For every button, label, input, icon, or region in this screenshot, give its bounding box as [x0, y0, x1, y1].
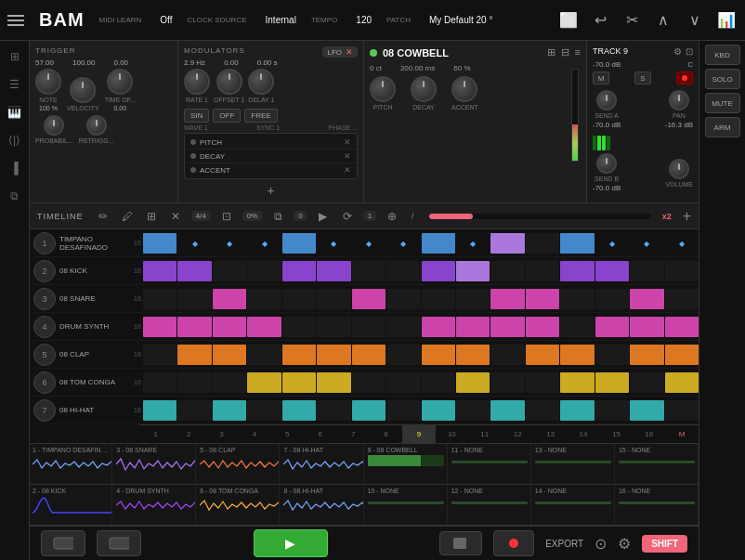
track-num-5[interactable]: 5: [33, 344, 56, 366]
cell[interactable]: [247, 400, 281, 421]
scissors-icon[interactable]: ✂: [621, 9, 643, 32]
cell[interactable]: [665, 400, 699, 421]
cell[interactable]: [526, 372, 559, 393]
cell[interactable]: [560, 345, 594, 365]
cell[interactable]: [386, 317, 420, 337]
cell[interactable]: [422, 372, 455, 393]
cell[interactable]: [282, 289, 316, 309]
cell[interactable]: [560, 261, 594, 281]
accent-knob[interactable]: [451, 76, 477, 102]
add-track-btn[interactable]: +: [683, 208, 691, 225]
cell[interactable]: [560, 317, 594, 337]
cell[interactable]: [630, 233, 663, 254]
cell[interactable]: [317, 289, 350, 309]
cell[interactable]: [386, 261, 420, 281]
cell[interactable]: [595, 261, 629, 281]
cell[interactable]: [456, 317, 490, 337]
cell[interactable]: [490, 261, 524, 281]
cell[interactable]: [595, 372, 629, 393]
pattern-cell-11[interactable]: 11 - NONE: [449, 444, 531, 484]
cell[interactable]: [177, 372, 211, 393]
kbd-button[interactable]: KBD: [705, 45, 740, 65]
pattern-cell-13[interactable]: 13 - NONE: [532, 444, 615, 484]
off-btn[interactable]: OFF: [213, 109, 241, 123]
volume-knob[interactable]: [669, 159, 689, 179]
retrig-knob[interactable]: [86, 115, 107, 136]
cell[interactable]: [490, 400, 524, 421]
cell[interactable]: [630, 317, 663, 337]
cell[interactable]: [490, 317, 524, 337]
sidebar-mixer-icon[interactable]: ▐: [5, 158, 25, 178]
pitch-remove-btn[interactable]: ✕: [344, 137, 351, 147]
cell[interactable]: [386, 289, 420, 309]
cell[interactable]: [560, 400, 594, 421]
cell[interactable]: [386, 372, 420, 393]
track-num-6[interactable]: 6: [33, 371, 56, 394]
cell[interactable]: [282, 233, 316, 254]
cell[interactable]: [352, 372, 386, 393]
offset1-knob[interactable]: [216, 69, 242, 95]
grid-icon[interactable]: ⊞: [143, 208, 160, 225]
mute-button[interactable]: MUTE: [705, 93, 740, 113]
cell[interactable]: [456, 345, 490, 365]
hamburger-menu[interactable]: [7, 15, 24, 26]
cell[interactable]: [595, 317, 629, 337]
sidebar-list-icon[interactable]: ☰: [5, 74, 25, 95]
free-btn[interactable]: FREE: [244, 109, 277, 123]
cell[interactable]: [317, 345, 350, 365]
rect-btn-1[interactable]: [41, 530, 85, 556]
pattern-cell-7[interactable]: 7 - 08 HI-HAT: [281, 444, 363, 484]
cog-icon[interactable]: ⚙: [618, 535, 631, 553]
cell[interactable]: [630, 289, 663, 309]
pencil-icon[interactable]: ✏: [95, 208, 111, 225]
cell[interactable]: [665, 233, 699, 254]
cell[interactable]: [456, 261, 490, 281]
sidebar-grid-icon[interactable]: ⊞: [5, 46, 25, 67]
accent-remove-btn[interactable]: ✕: [344, 165, 351, 175]
record-button[interactable]: [493, 530, 534, 556]
rect-btn-2[interactable]: [97, 530, 141, 556]
cell[interactable]: [422, 289, 455, 309]
track-close-icon[interactable]: ⊡: [686, 46, 693, 57]
cell[interactable]: [630, 400, 663, 421]
cell[interactable]: [247, 233, 281, 254]
solo-btn[interactable]: S: [634, 72, 651, 85]
cell[interactable]: [560, 289, 594, 309]
cell[interactable]: [595, 345, 629, 365]
pattern-cell-3[interactable]: 3 - 08 SNARE: [113, 444, 196, 484]
cell[interactable]: [213, 372, 246, 393]
cell[interactable]: [247, 317, 281, 337]
cell[interactable]: [422, 233, 455, 254]
prob-knob[interactable]: [44, 115, 64, 136]
cell[interactable]: [143, 345, 176, 365]
play-button[interactable]: ▶: [254, 529, 328, 557]
chain-icon[interactable]: ⧉: [269, 208, 286, 225]
cell[interactable]: [595, 400, 629, 421]
cell[interactable]: [422, 400, 455, 421]
cell[interactable]: [282, 317, 316, 337]
shift-button[interactable]: SHIFT: [642, 535, 687, 553]
timeline-x-icon[interactable]: ✕: [167, 208, 184, 225]
arm-button[interactable]: ARM: [705, 117, 740, 137]
cell[interactable]: [386, 400, 420, 421]
cell[interactable]: [143, 317, 176, 337]
cell[interactable]: [526, 317, 559, 337]
cell[interactable]: [213, 345, 246, 365]
cell[interactable]: [352, 233, 386, 254]
rate1-knob[interactable]: [184, 69, 210, 95]
cell[interactable]: [143, 289, 176, 309]
cell[interactable]: [456, 289, 490, 309]
audio-icon[interactable]: 📊: [715, 9, 738, 32]
chevron-up-icon[interactable]: ∧: [652, 9, 674, 32]
cell[interactable]: [526, 289, 559, 309]
send-a-knob[interactable]: [596, 90, 617, 111]
pattern-cell-2[interactable]: 2 - 08 KICK: [30, 485, 112, 525]
cell[interactable]: [665, 372, 699, 393]
eraser-icon[interactable]: 🖊: [119, 208, 136, 225]
track-num-3[interactable]: 3: [33, 288, 56, 310]
play-count-icon[interactable]: ⟳: [339, 208, 356, 225]
cell[interactable]: [386, 233, 420, 254]
cell[interactable]: [422, 317, 455, 337]
cell[interactable]: [282, 372, 316, 393]
cell[interactable]: [630, 345, 663, 365]
